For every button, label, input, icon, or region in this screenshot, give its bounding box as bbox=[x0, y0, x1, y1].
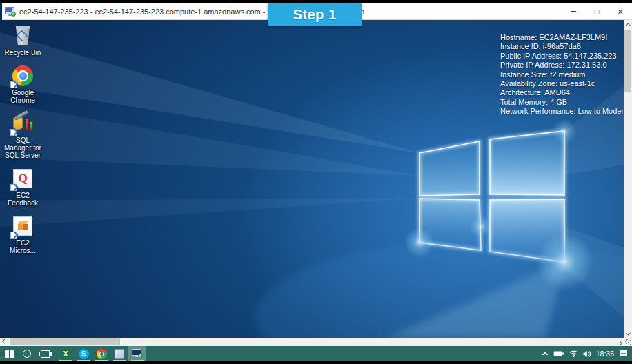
windows-start-icon bbox=[5, 350, 14, 358]
scrollbar-corner bbox=[624, 338, 632, 346]
screen: ec2-54-147-235-223 - ec2-54-147-235-223.… bbox=[0, 0, 632, 364]
tray-chevron-up-icon[interactable] bbox=[542, 351, 549, 356]
shortcut-arrow-icon bbox=[10, 232, 17, 239]
taskbar-item-skype[interactable]: S bbox=[75, 346, 92, 361]
vertical-scrollbar[interactable] bbox=[624, 20, 632, 338]
taskbar-item-app-window[interactable] bbox=[110, 346, 128, 361]
battery-icon[interactable] bbox=[553, 350, 564, 357]
instance-info-panel: Hostname: EC2AMAZ-LF3LM9I Instance ID: i… bbox=[500, 33, 624, 117]
icon-label: EC2 Micros... bbox=[4, 239, 41, 254]
desktop-icon-google-chrome[interactable]: Google Chrome bbox=[4, 64, 41, 104]
info-private-ip: Private IP Address: 172.31.53.0 bbox=[500, 61, 624, 70]
icon-label: SQL Manager for SQL Server bbox=[4, 136, 41, 159]
desktop-icon-recycle-bin[interactable]: Recycle Bin bbox=[4, 24, 41, 57]
resize-grip[interactable] bbox=[625, 339, 631, 345]
system-tray: 18:35 bbox=[542, 346, 632, 361]
maximize-button[interactable]: □ bbox=[585, 3, 609, 19]
host-taskbar: X S bbox=[0, 346, 632, 361]
desktop-icon-ec2-feedback[interactable]: Q EC2 Feedback bbox=[4, 167, 41, 207]
window-border bbox=[0, 3, 2, 20]
app-window-icon bbox=[115, 349, 124, 359]
icon-label: Recycle Bin bbox=[5, 49, 41, 57]
wifi-icon[interactable] bbox=[569, 350, 578, 357]
info-network-performance: Network Performance: Low to Moderate bbox=[500, 107, 624, 116]
recycle-bin-icon bbox=[11, 24, 34, 48]
taskbar-item-remote-desktop[interactable] bbox=[128, 346, 146, 361]
search-icon bbox=[23, 350, 31, 358]
icon-label: Google Chrome bbox=[4, 89, 41, 104]
step-badge: Step 1 bbox=[268, 3, 362, 26]
desktop-icon-column: Recycle Bin Google Chrome SQL Manager fo… bbox=[4, 24, 41, 254]
bottom-black-strip bbox=[0, 361, 632, 364]
minimize-button[interactable]: – bbox=[562, 3, 585, 19]
icon-label: EC2 Feedback bbox=[4, 192, 41, 207]
window-controls: – □ × bbox=[562, 3, 632, 19]
task-view-icon bbox=[41, 350, 50, 358]
info-architecture: Architecture: AMD64 bbox=[500, 88, 624, 97]
clock[interactable]: 18:35 bbox=[596, 350, 614, 358]
skype-icon: S bbox=[79, 349, 89, 359]
info-hostname: Hostname: EC2AMAZ-LF3LM9I bbox=[500, 33, 624, 42]
taskbar-item-excel[interactable]: X bbox=[57, 346, 75, 361]
top-black-strip bbox=[0, 0, 632, 3]
remote-desktop-icon bbox=[132, 349, 143, 358]
ec2-microsoft-icon bbox=[11, 214, 34, 238]
scroll-down-button[interactable] bbox=[624, 330, 632, 338]
scroll-right-button[interactable] bbox=[615, 338, 624, 346]
chrome-icon bbox=[11, 64, 34, 88]
horizontal-scrollbar[interactable] bbox=[0, 338, 624, 346]
ec2-feedback-icon: Q bbox=[11, 167, 34, 190]
horizontal-scroll-thumb[interactable] bbox=[10, 338, 120, 345]
info-total-memory: Total Memory: 4 GB bbox=[500, 98, 624, 107]
rdp-app-icon bbox=[5, 7, 16, 17]
action-center-icon[interactable] bbox=[619, 350, 628, 358]
start-button[interactable] bbox=[0, 346, 18, 361]
remote-desktop[interactable]: Recycle Bin Google Chrome SQL Manager fo… bbox=[0, 20, 624, 338]
vertical-scroll-thumb[interactable] bbox=[624, 30, 631, 92]
info-public-ip: Public IP Address: 54.147.235.223 bbox=[500, 52, 624, 61]
step-badge-label: Step 1 bbox=[293, 7, 336, 23]
desktop-icon-sql-manager[interactable]: SQL Manager for SQL Server bbox=[4, 112, 41, 159]
volume-icon[interactable] bbox=[583, 350, 591, 358]
desktop-icon-ec2-microsoft[interactable]: EC2 Micros... bbox=[4, 214, 41, 254]
excel-icon: X bbox=[61, 349, 71, 359]
info-availability-zone: Availability Zone: us-east-1c bbox=[500, 79, 624, 88]
info-instance-id: Instance ID: i-96a57da6 bbox=[500, 42, 624, 51]
shortcut-arrow-icon bbox=[10, 184, 17, 191]
close-button[interactable]: × bbox=[609, 3, 632, 19]
shortcut-arrow-icon bbox=[10, 129, 17, 136]
scroll-up-button[interactable] bbox=[624, 20, 632, 28]
task-view-button[interactable] bbox=[36, 346, 54, 361]
chrome-icon bbox=[97, 349, 107, 359]
taskbar-item-chrome[interactable] bbox=[92, 346, 110, 361]
shortcut-arrow-icon bbox=[10, 81, 17, 88]
search-button[interactable] bbox=[18, 346, 36, 361]
scroll-left-button[interactable] bbox=[0, 338, 8, 346]
info-instance-size: Instance Size: t2.medium bbox=[500, 70, 624, 79]
sql-manager-icon bbox=[11, 112, 34, 135]
